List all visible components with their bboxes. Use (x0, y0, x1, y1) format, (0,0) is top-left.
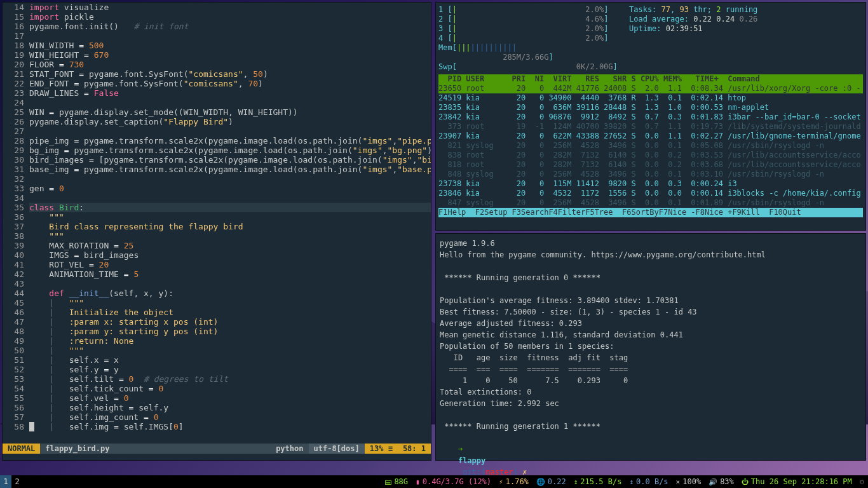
code-line[interactable]: IMGS = bird_images (29, 250, 431, 260)
status-icon: ▮ (416, 478, 420, 486)
code-line[interactable]: pipe_img = pygame.transform.scale2x(pyga… (29, 136, 431, 146)
statusbar-item[interactable]: ×100% (672, 477, 705, 486)
process-row[interactable]: 23842 kia 20 0 96876 9912 8492 S 0.7 0.3… (438, 112, 863, 122)
status-icon: ↕ (629, 478, 634, 486)
code-line[interactable]: base_img = pygame.transform.scale2x(pyga… (29, 165, 431, 174)
prompt-dir: flappy (458, 456, 485, 465)
code-line[interactable]: | Initialize the object (29, 308, 431, 317)
code-line[interactable]: | self.x = x (29, 355, 431, 365)
process-row[interactable]: 23907 kia 20 0 622M 43388 27652 S 0.0 1.… (438, 132, 863, 141)
status-icon: ⚡ (499, 478, 503, 486)
code-line[interactable]: DRAW_LINES = False (29, 88, 431, 98)
terminal-output-line (440, 261, 862, 272)
code-line[interactable]: | :return: None (29, 336, 431, 346)
code-line[interactable]: """ (29, 231, 431, 241)
statusbar-item[interactable]: ↕215.5 B/s (570, 477, 626, 486)
code-line[interactable]: ROT_VEL = 20 (29, 260, 431, 269)
code-line[interactable]: | self.img = self.IMGS[0] (29, 422, 431, 431)
htop-process-list[interactable]: 23650 root 20 0 442M 41776 24008 S 2.0 1… (438, 84, 863, 208)
code-line[interactable]: WIN_HEIGHT = 670 (29, 50, 431, 60)
code-line[interactable] (29, 31, 431, 41)
code-line[interactable]: """ (29, 212, 431, 222)
code-line[interactable]: WIN = pygame.display.set_mode((WIN_WIDTH… (29, 107, 431, 117)
workspace-button[interactable]: 1 (0, 475, 11, 488)
code-line[interactable]: bg_img = pygame.transform.scale2x(pygame… (29, 146, 431, 155)
code-line[interactable]: Bird class representing the flappy bird (29, 222, 431, 231)
i3-statusbar[interactable]: 12 🖴88G▮0.4G/3.7G (12%)⚡1.76%🌐0.22↕215.5… (0, 475, 868, 488)
process-row[interactable]: 848 syslog 20 0 256M 4528 3496 S 0.0 0.1… (438, 170, 863, 179)
editor-pane[interactable]: 1415161718192021222324252627282930313233… (3, 3, 431, 460)
code-area[interactable]: import visualizeimport picklepygame.font… (29, 3, 431, 444)
code-line[interactable] (29, 174, 431, 184)
terminal-output-line: ****** Running generation 0 ****** (440, 272, 862, 283)
cpu-meter: 1 [| 2.0%] (438, 5, 629, 15)
code-line[interactable]: | """ (29, 346, 431, 355)
code-line[interactable]: | self.height = self.y (29, 403, 431, 412)
process-row[interactable]: 821 syslog 20 0 256M 4528 3496 S 0.0 0.1… (438, 141, 863, 151)
status-icon: 🌐 (536, 478, 545, 486)
statusbar-item[interactable]: 🌐0.22 (532, 477, 570, 486)
htop-pane[interactable]: 1 [| 2.0%] 2 [| 4.6%] 3 [| 2.0%] 4 [| 2.… (436, 3, 865, 230)
code-line[interactable]: | self.tick_count = 0 (29, 384, 431, 393)
process-row[interactable]: 838 root 20 0 282M 7132 6140 S 0.0 0.2 0… (438, 151, 863, 160)
code-line[interactable]: | self.y = y (29, 365, 431, 374)
htop-function-keys[interactable]: F1Help F2Setup F3SearchF4FilterF5Tree F6… (438, 208, 863, 217)
code-line[interactable]: FLOOR = 730 (29, 60, 431, 69)
process-row[interactable]: 818 root 20 0 282M 7132 6140 S 0.0 0.2 0… (438, 160, 863, 170)
process-row[interactable]: 23846 kia 20 0 4532 1172 1556 S 0.0 0.0 … (438, 189, 863, 198)
process-row[interactable]: 373 root 19 -1 124M 40700 39820 S 0.7 1.… (438, 122, 863, 132)
statusbar-item[interactable]: ↕0.0 B/s (625, 477, 672, 486)
process-row[interactable]: 847 syslog 20 0 256M 4528 3496 S 0.0 0.1… (438, 198, 863, 208)
code-line[interactable] (29, 279, 431, 288)
code-line[interactable]: import visualize (29, 3, 431, 12)
code-line[interactable]: | :param y: starting y pos (int) (29, 327, 431, 336)
code-line[interactable]: | """ (29, 298, 431, 308)
statusbar-item[interactable]: ⏻Thu 26 Sep 21:28:16 PM (738, 477, 856, 486)
code-line[interactable] (29, 126, 431, 136)
process-row[interactable]: 23650 root 20 0 442M 41776 24008 S 2.0 1… (438, 84, 863, 93)
process-row[interactable]: 23738 kia 20 0 115M 11412 9820 S 0.0 0.3… (438, 179, 863, 189)
terminal-output-line: ==== === ==== ======= ======= ==== (440, 363, 862, 375)
terminal-pane[interactable]: pygame 1.9.6Hello from the pygame commun… (436, 234, 865, 460)
process-row[interactable]: 23835 kia 20 0 636M 39116 28448 S 1.3 1.… (438, 103, 863, 112)
code-line[interactable]: | self.vel = 0 (29, 393, 431, 403)
terminal-output-line: 1 0 50 7.5 0.293 0 (440, 375, 862, 386)
terminal-output-line: ID age size fitness adj fit stag (440, 352, 862, 363)
code-line[interactable]: bird_images = [pygame.transform.scale2x(… (29, 155, 431, 165)
code-line[interactable]: | :param x: starting x pos (int) (29, 317, 431, 327)
prompt-arrow-icon: ➜ (458, 445, 467, 454)
code-line[interactable]: MAX_ROTATION = 25 (29, 241, 431, 250)
tray-icon[interactable]: ⚙ (856, 477, 868, 486)
code-line[interactable]: import pickle (29, 12, 431, 22)
vim-mode: NORMAL (3, 444, 40, 454)
code-line[interactable]: class Bird: (29, 203, 431, 212)
terminal-output-line (440, 283, 862, 295)
code-line[interactable]: | self.img_count = 0 (29, 412, 431, 422)
statusbar-item[interactable]: ▮0.4G/3.7G (12%) (412, 477, 495, 486)
statusbar-item[interactable]: 🔊83% (705, 477, 738, 486)
process-row[interactable]: 24519 kia 20 0 34900 4440 3768 R 1.3 0.1… (438, 93, 863, 103)
workspace-button[interactable]: 2 (11, 475, 23, 488)
workspace-switcher[interactable]: 12 (0, 475, 23, 488)
code-line[interactable] (29, 193, 431, 203)
code-line[interactable]: pygame.display.set_caption("Flappy Bird"… (29, 117, 431, 126)
code-line[interactable] (29, 98, 431, 107)
terminal-output-line (440, 409, 862, 421)
terminal-output-line: pygame 1.9.6 (440, 238, 862, 249)
code-line[interactable]: gen = 0 (29, 184, 431, 193)
vim-percent: 13% ≡ (365, 444, 398, 454)
statusbar-item[interactable]: 🖴88G (381, 477, 412, 486)
code-line[interactable]: | self.tilt = 0 # degrees to tilt (29, 374, 431, 384)
code-line[interactable]: END_FONT = pygame.font.SysFont("comicsan… (29, 79, 431, 88)
status-icon: ⏻ (742, 478, 749, 486)
code-line[interactable]: pygame.font.init() # init font (29, 22, 431, 31)
htop-columns[interactable]: PID USER PRI NI VIRT RES SHR S CPU% MEM%… (438, 74, 863, 84)
code-line[interactable]: def __init__(self, x, y): (29, 288, 431, 298)
statusbar-item[interactable]: ⚡1.76% (495, 477, 532, 486)
vim-encoding: utf-8[dos] (309, 444, 365, 454)
terminal-output-line: Mean genetic distance 1.116, standard de… (440, 329, 862, 341)
code-line[interactable]: ANIMATION_TIME = 5 (29, 269, 431, 279)
cpu-meter: 3 [| 2.0%] (438, 24, 629, 34)
code-line[interactable]: STAT_FONT = pygame.font.SysFont("comicsa… (29, 69, 431, 79)
code-line[interactable]: WIN_WIDTH = 500 (29, 41, 431, 50)
